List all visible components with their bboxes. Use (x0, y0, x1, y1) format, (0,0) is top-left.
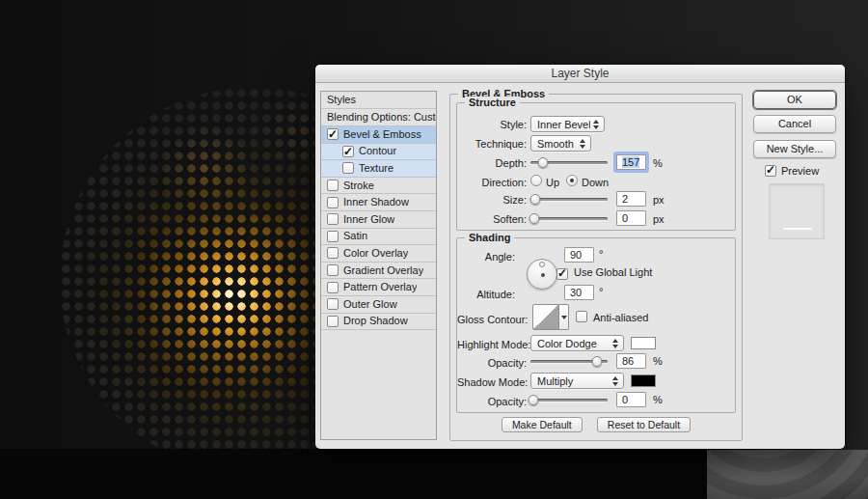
stepper-icon (577, 139, 588, 149)
highlight-opacity-input[interactable]: 86 (616, 353, 646, 369)
structure-legend: Structure (465, 97, 520, 108)
shading-legend: Shading (465, 232, 514, 243)
depth-slider-thumb[interactable] (537, 157, 548, 168)
gloss-contour-thumbnail[interactable] (532, 304, 559, 330)
highlight-opacity-thumb[interactable] (591, 356, 602, 367)
defaults-button-row: Make Default Reset to Default (450, 417, 742, 432)
shadow-opacity-input[interactable]: 0 (616, 392, 646, 407)
depth-row: Depth: 157 % (457, 154, 735, 171)
sidebar-item-stroke[interactable]: Stroke (321, 178, 436, 195)
shadow-opacity-thumb[interactable] (529, 395, 539, 405)
style-select[interactable]: Inner Bevel (530, 116, 605, 132)
soften-slider[interactable] (530, 213, 608, 224)
shading-group: Shading Angle: 90 ° Use Global Light Alt… (456, 237, 736, 413)
photo-speaker-rim (707, 450, 868, 499)
preview-checkbox[interactable] (765, 165, 776, 177)
sidebar-item-contour[interactable]: Contour (321, 144, 436, 161)
layer-style-dialog: Layer Style Styles Blending Options: Cus… (315, 65, 845, 449)
ok-button[interactable]: OK (753, 91, 836, 109)
checkbox-pattern-overlay[interactable] (327, 282, 339, 293)
sidebar-item-bevel-emboss[interactable]: Bevel & Emboss (321, 126, 436, 144)
depth-slider[interactable] (530, 157, 608, 168)
bevel-emboss-panel: Bevel & Emboss Structure Style: Inner Be… (449, 94, 743, 441)
sidebar-header-styles[interactable]: Styles (321, 92, 436, 109)
sidebar-item-blending-options[interactable]: Blending Options: Custom (321, 109, 436, 126)
dialog-title: Layer Style (551, 67, 609, 80)
sidebar-item-color-overlay[interactable]: Color Overlay (321, 245, 436, 263)
checkbox-contour[interactable] (342, 146, 354, 157)
size-slider[interactable] (530, 194, 608, 205)
angle-dial[interactable] (527, 259, 557, 290)
soften-input[interactable]: 0 (616, 210, 646, 226)
gloss-contour-arrow[interactable] (559, 304, 569, 330)
preview-row: Preview (765, 165, 819, 177)
shadow-mode-select[interactable]: Multiply (530, 373, 624, 389)
technique-select[interactable]: Smooth (530, 135, 591, 152)
photo-dark-area (0, 449, 707, 499)
soften-row: Soften: 0 px (457, 210, 735, 227)
highlight-color-swatch[interactable] (631, 337, 656, 349)
styles-sidebar: Styles Blending Options: Custom Bevel & … (320, 91, 437, 440)
anti-aliased-checkbox[interactable] (576, 311, 587, 322)
style-row: Style: Inner Bevel (457, 116, 735, 132)
sidebar-item-drop-shadow[interactable]: Drop Shadow (321, 314, 436, 331)
checkbox-satin[interactable] (327, 231, 339, 242)
technique-row: Technique: Smooth (457, 135, 735, 152)
shadow-opacity-slider[interactable] (530, 395, 608, 405)
preview-label: Preview (781, 165, 819, 177)
altitude-input[interactable]: 30 (564, 285, 594, 300)
sidebar-item-gradient-overlay[interactable]: Gradient Overlay (321, 263, 436, 280)
highlight-opacity-slider[interactable] (530, 356, 608, 367)
preview-thumbnail (769, 183, 825, 239)
checkbox-inner-glow[interactable] (327, 213, 339, 225)
sidebar-item-inner-glow[interactable]: Inner Glow (321, 211, 436, 229)
direction-row: Direction: Up Down (457, 174, 735, 190)
sidebar-item-outer-glow[interactable]: Outer Glow (321, 296, 436, 314)
sidebar-item-texture[interactable]: Texture (321, 160, 436, 178)
direction-down-radio[interactable] (566, 175, 578, 186)
highlight-mode-select[interactable]: Color Dodge (530, 335, 624, 351)
preview-content-line (783, 228, 812, 230)
cancel-button[interactable]: Cancel (753, 115, 836, 133)
structure-group: Structure Style: Inner Bevel Technique: … (456, 102, 736, 231)
checkbox-bevel-emboss[interactable] (327, 128, 339, 140)
checkbox-texture[interactable] (342, 162, 354, 174)
make-default-button[interactable]: Make Default (502, 417, 583, 432)
size-input[interactable]: 2 (616, 191, 646, 207)
size-row: Size: 2 px (457, 191, 735, 208)
dial-center-dot (541, 273, 545, 277)
angle-input[interactable]: 90 (564, 247, 594, 263)
stepper-icon (610, 339, 621, 348)
reset-to-default-button[interactable]: Reset to Default (597, 417, 691, 432)
stepper-icon (590, 120, 602, 129)
shadow-color-swatch[interactable] (631, 374, 656, 387)
sidebar-item-inner-shadow[interactable]: Inner Shadow (321, 194, 436, 211)
sidebar-item-pattern-overlay[interactable]: Pattern Overlay (321, 279, 436, 296)
checkbox-inner-shadow[interactable] (327, 197, 339, 208)
sidebar-item-satin[interactable]: Satin (321, 229, 436, 246)
size-slider-thumb[interactable] (529, 194, 540, 205)
dial-angle-marker (539, 262, 545, 267)
checkbox-color-overlay[interactable] (327, 247, 339, 259)
stepper-icon (610, 376, 621, 386)
use-global-light-checkbox[interactable] (556, 268, 568, 280)
new-style-button[interactable]: New Style... (753, 140, 836, 158)
direction-up-radio[interactable] (530, 175, 542, 186)
checkbox-drop-shadow[interactable] (327, 316, 339, 327)
chevron-down-icon (561, 316, 567, 319)
checkbox-outer-glow[interactable] (327, 298, 339, 310)
checkbox-gradient-overlay[interactable] (327, 264, 339, 276)
depth-input[interactable]: 157 (616, 154, 646, 170)
soften-slider-thumb[interactable] (529, 213, 540, 224)
checkbox-stroke[interactable] (327, 180, 339, 191)
dialog-titlebar[interactable]: Layer Style (315, 65, 845, 83)
